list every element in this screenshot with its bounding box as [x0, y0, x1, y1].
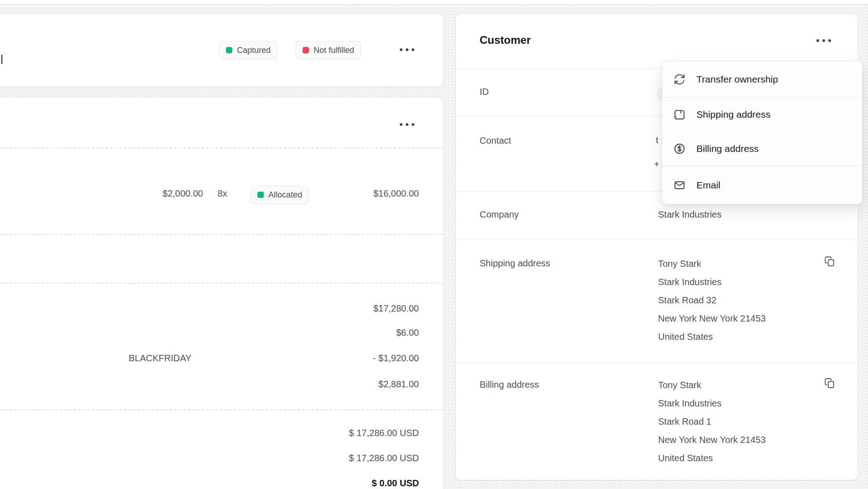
top-bar [0, 0, 868, 5]
dashed-divider [0, 283, 442, 284]
shipping-address-line: Tony Stark [658, 255, 766, 273]
billing-address-value: Tony Stark Stark Industries Stark Road 1… [658, 376, 766, 467]
customer-menu-button[interactable] [811, 31, 837, 50]
menu-item-label: Shipping address [696, 109, 770, 120]
captured-dot-icon [226, 47, 232, 53]
menu-item-billing-address[interactable]: Billing address [662, 131, 862, 166]
contact-label: Contact [480, 135, 511, 146]
truncated-order-text: l [0, 53, 3, 67]
billing-address-label: Billing address [480, 380, 539, 390]
shipping-address-label: Shipping address [480, 258, 550, 269]
shipping-address-value: Tony Stark Stark Industries Stark Road 3… [658, 255, 766, 346]
email-icon [673, 178, 686, 192]
company-value: Stark Industries [658, 209, 722, 220]
shipping-address-icon [673, 108, 686, 121]
contact-phone-fragment: + [654, 159, 659, 170]
discount-amount: - $1,920.00 [373, 353, 419, 364]
line-item-unit-price: $2,000.00 [162, 188, 203, 199]
dashed-divider [0, 234, 442, 235]
shipping-address-line: New York New York 21453 [658, 309, 766, 328]
copy-icon [824, 255, 836, 267]
billing-address-line: Stark Road 1 [658, 412, 766, 431]
customer-context-menu: Transfer ownership Shipping address [662, 61, 863, 204]
fulfillment-status-label: Not fulfilled [314, 46, 354, 55]
contact-email-fragment: t [656, 135, 659, 146]
payment-status-label: Captured [237, 46, 271, 55]
shipping-address-line: Stark Road 32 [658, 291, 766, 309]
line-item-quantity: 8x [218, 188, 227, 199]
transfer-ownership-icon [673, 73, 686, 86]
billing-address-line: United States [658, 449, 766, 467]
dashed-divider [0, 409, 442, 410]
order-total: $ 17,286.00 USD [349, 428, 419, 438]
order-detail-page: l Captured Not fulfilled $2,000.00 8x Al… [0, 0, 868, 489]
fulfillment-status-badge: Not fulfilled [296, 41, 361, 59]
order-summary-menu-button[interactable] [394, 115, 420, 134]
copy-shipping-address-button[interactable] [822, 254, 837, 269]
divider [456, 363, 857, 363]
billing-address-line: New York New York 21453 [658, 431, 766, 449]
menu-item-shipping-address[interactable]: Shipping address [662, 98, 862, 131]
dashed-divider [0, 148, 442, 149]
shipping-amount: $6.00 [396, 328, 419, 338]
paid-total: $ 17,286.00 USD [349, 453, 419, 463]
allocation-badge: Allocated [251, 186, 309, 204]
menu-item-label: Transfer ownership [696, 74, 778, 85]
menu-item-label: Billing address [696, 143, 759, 154]
ellipsis-icon [400, 48, 403, 51]
copy-icon [824, 377, 836, 389]
tax-amount: $2,881.00 [378, 379, 419, 390]
allocation-label: Allocated [268, 190, 302, 200]
customer-id-label: ID [480, 87, 489, 97]
balance-due: $ 0.00 USD [372, 478, 419, 489]
customer-card-title: Customer [480, 34, 531, 47]
menu-item-label: Email [696, 180, 721, 191]
not-fulfilled-dot-icon [303, 47, 309, 53]
payment-status-badge: Captured [219, 41, 277, 59]
divider [456, 239, 857, 239]
billing-address-line: Stark Industries [658, 394, 766, 412]
menu-item-email[interactable]: Email [662, 166, 862, 204]
menu-item-transfer-ownership[interactable]: Transfer ownership [662, 61, 862, 97]
shipping-address-line: United States [658, 328, 766, 346]
billing-address-icon [673, 142, 686, 156]
ellipsis-icon [816, 39, 819, 42]
billing-address-line: Tony Stark [658, 376, 766, 394]
shipping-address-line: Stark Industries [658, 273, 766, 291]
copy-billing-address-button[interactable] [822, 375, 837, 391]
subtotal-amount: $17,280.00 [373, 303, 419, 314]
allocated-dot-icon [257, 192, 264, 198]
company-label: Company [480, 209, 519, 220]
line-item-total: $16,000.00 [373, 188, 419, 199]
discount-code: BLACKFRIDAY [129, 353, 191, 364]
order-header-menu-button[interactable] [394, 41, 420, 59]
ellipsis-icon [400, 123, 403, 126]
